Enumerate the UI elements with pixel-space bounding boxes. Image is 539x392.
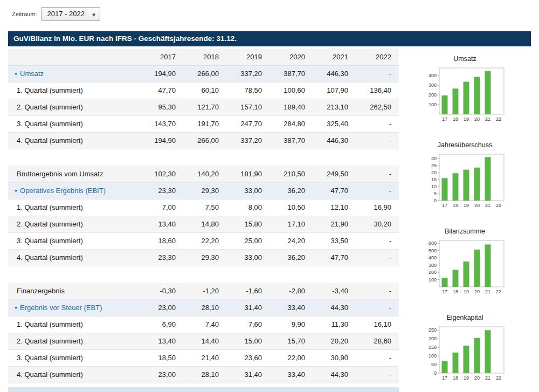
value-cell: 33,40 [270,299,313,316]
row-label [8,266,140,283]
value-cell: 28,10 [183,299,226,316]
value-cell: -3,40 [313,283,356,299]
value-cell: 247,70 [226,115,270,132]
bar [463,170,469,201]
row-label: Bruttoergebnis vom Umsatz [8,166,140,182]
year-header-2017: 2017 [140,49,183,65]
value-cell: - [356,232,399,249]
bar-chart-svg: 100200300400171819202122 [422,65,508,123]
value-cell: 102,30 [140,166,183,182]
x-tick-label: 17 [441,289,447,294]
value-cell: - [356,283,399,299]
zeitraum-dropdown[interactable]: 2017 - 2022 ▾ [41,7,100,21]
value-cell: 284,80 [270,115,313,132]
bar [441,178,447,201]
y-tick-label: 200 [428,336,436,341]
value-cell: 33,40 [270,366,313,383]
x-tick-label: 22 [495,203,501,208]
year-header-2018: 2018 [183,49,226,65]
table-row: 4. Quartal (summiert)194,90266,00337,203… [8,132,399,149]
bar [452,353,458,373]
value-cell: 14,40 [183,333,226,349]
value-cell: 44,30 [313,299,356,316]
value-cell: -2,80 [270,283,313,299]
value-cell: - [356,182,399,199]
bar [441,95,447,114]
y-tick-label: 400 [428,73,436,78]
value-cell: 157,10 [226,99,270,115]
value-cell: 25,00 [226,232,270,249]
row-label-text: 2. Quartal (summiert) [17,220,83,228]
row-label-text: 1. Quartal (summiert) [17,86,83,94]
table-row: 2. Quartal (summiert)13,4014,8015,8017,1… [8,216,399,232]
collapse-triangle-icon[interactable]: ▾ [15,305,17,311]
value-cell [140,383,183,387]
value-cell: 29,30 [183,182,226,199]
value-cell: 23,60 [226,349,270,366]
table-row: 1. Quartal (summiert)6,907,407,609,9011,… [8,316,399,333]
row-label: 4. Quartal (summiert) [8,249,140,266]
value-cell: 23,00 [140,299,183,316]
bar [452,88,458,114]
value-cell: 337,20 [226,65,270,82]
x-tick-label: 18 [452,289,458,294]
value-cell [356,266,399,283]
bar-chart-svg: 051015202530171819202122 [422,151,508,209]
table-row: ▾Umsatz194,90266,00337,20387,70446,30- [8,65,399,82]
x-tick-label: 19 [463,375,468,381]
row-label-text: Operatives Ergebnis (EBIT) [20,187,106,195]
x-tick-label: 17 [441,375,447,381]
table-row: 4. Quartal (summiert)23,0028,1031,4033,4… [8,366,399,383]
table-row: 1. Quartal (summiert)47,7060,1078,50100,… [8,82,399,99]
bar [474,250,480,287]
y-tick-label: 100 [428,102,436,107]
bar [474,338,480,373]
value-cell: 8,00 [226,199,270,216]
row-label-text: Finanzergebnis [17,287,65,295]
row-label[interactable]: ▾Umsatz [8,65,140,82]
value-cell: 181,90 [226,166,270,182]
bar [485,330,490,373]
y-tick-label: 400 [428,255,436,260]
value-cell: 266,00 [183,65,226,82]
table-row: 1. Quartal (summiert)7,007,508,0010,5012… [8,199,399,216]
row-label: 3. Quartal (summiert) [8,349,140,366]
value-cell [270,149,313,166]
value-cell: 33,00 [226,182,270,199]
x-tick-label: 22 [495,375,501,381]
financial-table: 201720182019202020212022 ▾Umsatz194,9026… [8,49,399,392]
value-cell: 36,20 [270,249,313,266]
value-cell: 16,90 [356,199,399,216]
table-row: ▾Ergebnis vor Steuer (EBT)23,0028,1031,4… [8,299,399,316]
x-tick-label: 20 [474,375,479,381]
bar [441,361,447,373]
value-cell: 7,40 [183,316,226,333]
value-cell: 20,20 [313,333,356,349]
value-cell: 15,00 [226,333,270,349]
value-cell: 194,90 [140,65,183,82]
value-cell: 36,20 [270,182,313,199]
x-tick-label: 17 [441,203,447,208]
value-cell: 446,30 [313,65,356,82]
value-cell [183,387,226,392]
value-cell: 191,70 [183,115,226,132]
bar-chart-svg: 100200300400500600171819202122 [422,237,508,295]
value-cell: 337,20 [226,132,270,149]
row-label[interactable]: ▾Ergebnis vor Steuer (EBT) [8,299,140,316]
y-tick-label: 300 [428,263,436,268]
row-label: Finanzergebnis [8,283,140,299]
x-tick-label: 18 [452,116,458,122]
value-cell: 121,70 [183,99,226,115]
row-label: 2. Quartal (summiert) [8,99,140,115]
financial-table-wrap: 201720182019202020212022 ▾Umsatz194,9026… [8,49,399,392]
value-cell: -1,20 [183,283,226,299]
collapse-triangle-icon[interactable]: ▾ [15,71,17,77]
value-cell: -0,30 [140,283,183,299]
value-cell: 30,90 [313,349,356,366]
y-tick-label: 15 [431,177,436,182]
collapse-triangle-icon[interactable]: ▾ [15,188,17,194]
row-label[interactable]: ▾Operatives Ergebnis (EBIT) [8,182,140,199]
value-cell: -1,60 [226,283,270,299]
value-cell: 266,00 [183,132,226,149]
row-label-text: 3. Quartal (summiert) [17,354,83,362]
